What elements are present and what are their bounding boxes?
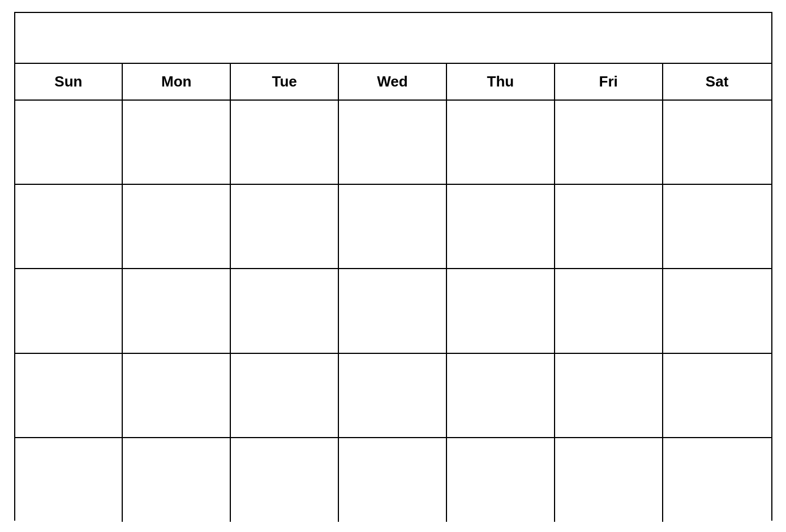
day-cell[interactable] [555, 269, 663, 352]
day-cell[interactable] [15, 101, 123, 184]
day-cell[interactable] [123, 354, 231, 437]
day-cell[interactable] [339, 185, 447, 268]
calendar-body [15, 101, 771, 522]
day-cell[interactable] [555, 101, 663, 184]
header-mon: Mon [123, 64, 231, 100]
day-cell[interactable] [447, 185, 555, 268]
day-cell[interactable] [339, 269, 447, 352]
day-cell[interactable] [123, 185, 231, 268]
header-sat: Sat [663, 64, 771, 100]
day-cell[interactable] [15, 438, 123, 521]
day-cell[interactable] [663, 269, 771, 352]
day-cell[interactable] [555, 185, 663, 268]
day-cell[interactable] [15, 269, 123, 352]
day-cell[interactable] [231, 438, 339, 521]
week-row-4 [15, 354, 771, 438]
header-tue: Tue [231, 64, 339, 100]
day-cell[interactable] [15, 185, 123, 268]
day-cell[interactable] [123, 438, 231, 521]
day-cell[interactable] [555, 438, 663, 521]
day-cell[interactable] [231, 101, 339, 184]
day-cell[interactable] [231, 269, 339, 352]
day-cell[interactable] [447, 354, 555, 437]
day-cell[interactable] [663, 185, 771, 268]
header-thu: Thu [447, 64, 555, 100]
day-cell[interactable] [663, 438, 771, 521]
day-cell[interactable] [663, 354, 771, 437]
day-cell[interactable] [447, 101, 555, 184]
calendar-header-row: Sun Mon Tue Wed Thu Fri Sat [15, 64, 771, 101]
day-cell[interactable] [447, 269, 555, 352]
day-cell[interactable] [339, 354, 447, 437]
calendar: Sun Mon Tue Wed Thu Fri Sat [14, 12, 772, 521]
day-cell[interactable] [555, 354, 663, 437]
day-cell[interactable] [447, 438, 555, 521]
week-row-2 [15, 185, 771, 269]
day-cell[interactable] [231, 354, 339, 437]
calendar-title-row [15, 13, 771, 64]
day-cell[interactable] [123, 101, 231, 184]
day-cell[interactable] [339, 438, 447, 521]
day-cell[interactable] [15, 354, 123, 437]
week-row-3 [15, 269, 771, 353]
header-fri: Fri [555, 64, 663, 100]
header-wed: Wed [339, 64, 447, 100]
day-cell[interactable] [123, 269, 231, 352]
day-cell[interactable] [231, 185, 339, 268]
header-sun: Sun [15, 64, 123, 100]
day-cell[interactable] [663, 101, 771, 184]
week-row-5 [15, 438, 771, 521]
day-cell[interactable] [339, 101, 447, 184]
week-row-1 [15, 101, 771, 185]
